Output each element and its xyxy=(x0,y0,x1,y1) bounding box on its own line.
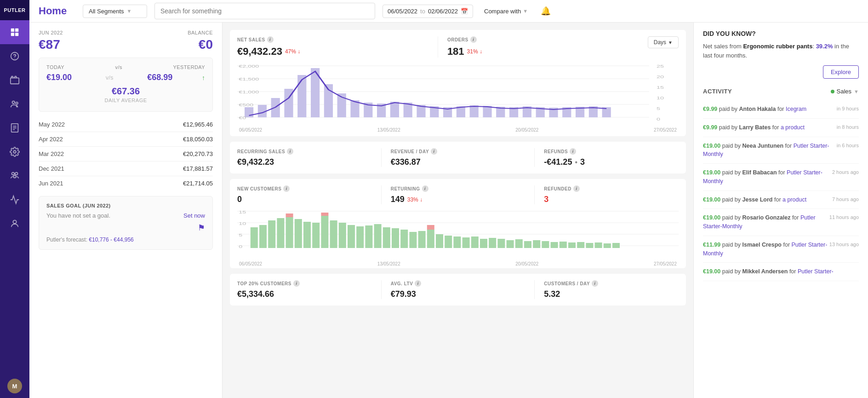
info-icon: i xyxy=(267,36,274,43)
activity-title: ACTIVITY xyxy=(703,88,732,95)
svg-rect-79 xyxy=(321,213,328,216)
refunds-value: -€41.25 xyxy=(544,157,572,167)
svg-rect-84 xyxy=(365,225,372,248)
compare-with-dropdown[interactable]: Compare with ▼ xyxy=(480,8,531,15)
sidebar-item-reports[interactable] xyxy=(0,116,29,140)
activity-time: in 9 hours xyxy=(837,105,859,113)
svg-text:0: 0 xyxy=(657,117,660,121)
date-from: 06/05/2022 xyxy=(388,8,417,15)
svg-rect-82 xyxy=(348,225,355,248)
explore-button[interactable]: Explore xyxy=(823,65,859,79)
svg-rect-76 xyxy=(303,222,311,248)
svg-text:25: 25 xyxy=(657,64,664,69)
recurring-revenue-refunds-card: RECURRING SALES i €9,432.23 REVENUE / DA… xyxy=(230,142,686,173)
sidebar-item-home[interactable] xyxy=(0,20,29,44)
activity-amount: €19.00 xyxy=(703,214,720,221)
activity-product-link[interactable]: Icegram xyxy=(786,106,806,112)
info-icon: i xyxy=(422,185,428,192)
returning-change: 33% ↓ xyxy=(407,196,423,203)
list-item: Dec 2021 €17,881.57 xyxy=(39,162,213,176)
info-icon: i xyxy=(470,36,477,43)
info-icon: i xyxy=(415,280,421,287)
right-panel: DID YOU KNOW? Net sales from Ergonomic r… xyxy=(693,23,868,398)
svg-rect-80 xyxy=(330,220,337,248)
sidebar: PUTLER M xyxy=(0,0,29,398)
svg-rect-77 xyxy=(312,223,320,248)
net-sales-metric: NET SALES i €9,432.23 47% ↓ xyxy=(237,36,428,58)
svg-text:10: 10 xyxy=(239,221,246,226)
activity-amount: €9.99 xyxy=(703,124,717,131)
svg-rect-111 xyxy=(595,242,602,248)
avatar[interactable]: M xyxy=(7,379,22,393)
info-icon: i xyxy=(287,148,293,155)
daily-avg-value: €67.36 xyxy=(46,86,205,97)
info-icon: i xyxy=(592,280,598,287)
avg-ltv-header: AVG. LTV i xyxy=(391,280,525,287)
svg-rect-26 xyxy=(297,75,306,117)
sidebar-item-admin[interactable] xyxy=(0,212,29,236)
svg-rect-74 xyxy=(286,213,293,217)
svg-rect-106 xyxy=(551,242,558,248)
sales-chart: €2,000 €1,500 €1,000 €500 €0 25 20 15 10… xyxy=(237,61,679,126)
new-customers-header: NEW CUSTOMERS i xyxy=(237,185,372,192)
header: Home All Segments ▼ 06/05/2022 to 02/06/… xyxy=(29,0,868,23)
set-now-link[interactable]: Set now xyxy=(183,212,205,219)
orders-value-row: 181 31% ↓ xyxy=(447,46,639,58)
cust-per-day-metric: CUSTOMERS / DAY i 5.32 xyxy=(534,280,679,299)
activity-item: 7 hours ago €19.00 paid by Jesse Lord fo… xyxy=(703,191,859,209)
chevron-down-icon: ▼ xyxy=(127,8,132,14)
svg-rect-83 xyxy=(356,226,364,248)
sidebar-item-analytics[interactable] xyxy=(0,188,29,212)
net-sales-value-row: €9,432.23 47% ↓ xyxy=(237,46,428,58)
balance-amount: €0 xyxy=(199,37,213,52)
svg-rect-104 xyxy=(533,240,540,248)
sidebar-item-groups[interactable] xyxy=(0,164,29,188)
segment-dropdown[interactable]: All Segments ▼ xyxy=(83,5,147,18)
svg-rect-100 xyxy=(497,239,505,248)
date-separator: to xyxy=(420,8,425,15)
sales-goal-row: You have not set a goal. Set now xyxy=(46,212,205,219)
sidebar-item-settings[interactable] xyxy=(0,140,29,164)
days-button[interactable]: Days ▼ xyxy=(648,36,679,48)
app-logo: PUTLER xyxy=(0,0,29,20)
sales-filter-dropdown[interactable]: Sales ▼ xyxy=(831,88,859,95)
activity-item: in 8 hours €9.99 paid by Larry Bates for… xyxy=(703,119,859,137)
svg-rect-107 xyxy=(560,242,567,248)
activity-item: €19.00 paid by Mikkel Andersen for Putle… xyxy=(703,263,859,281)
svg-text:€500: €500 xyxy=(239,103,253,107)
activity-amount: €11.99 xyxy=(703,242,720,248)
today-label: TODAY xyxy=(46,64,64,70)
svg-rect-95 xyxy=(453,236,461,248)
avg-ltv-metric: AVG. LTV i €79.93 xyxy=(381,280,525,299)
refunded-value-row: 3 xyxy=(544,195,679,204)
activity-product-link[interactable]: a product xyxy=(782,196,806,203)
dyk-text: Net sales from Ergonomic rubber pants: 3… xyxy=(703,42,859,60)
svg-text:€1,500: €1,500 xyxy=(239,77,259,81)
notification-bell-icon[interactable]: 🔔 xyxy=(541,6,551,16)
search-input[interactable] xyxy=(154,3,375,19)
activity-payer: Elif Babacan xyxy=(742,169,777,176)
main-amount: €87 xyxy=(39,37,60,52)
activity-product-link[interactable]: Putler Starter- xyxy=(798,268,834,275)
sidebar-item-store[interactable] xyxy=(0,68,29,92)
bottom-metrics-row: TOP 20% CUSTOMERS i €5,334.66 AVG. LTV i… xyxy=(237,280,679,299)
refunds-value-row: -€41.25 • 3 xyxy=(544,157,679,167)
sidebar-item-revenue[interactable] xyxy=(0,44,29,68)
returning-header: RETURNING i xyxy=(391,185,525,192)
info-icon: i xyxy=(573,185,580,192)
content-area: JUN 2022 BALANCE €87 €0 TODAY v/s YESTER… xyxy=(29,23,868,398)
sidebar-item-audience[interactable] xyxy=(0,92,29,116)
dyk-title: DID YOU KNOW? xyxy=(703,30,859,37)
ty-amounts-row: €19.00 v/s €68.99 ↑ xyxy=(46,73,205,82)
list-item: Jun 2021 €21,714.05 xyxy=(39,176,213,190)
svg-rect-2 xyxy=(11,33,14,36)
top20-value: €5,334.66 xyxy=(237,289,372,299)
date-range-picker[interactable]: 06/05/2022 to 02/06/2022 📅 xyxy=(383,5,473,18)
revenue-day-metric: REVENUE / DAY i €336.87 xyxy=(381,148,525,167)
chevron-down-icon: ▼ xyxy=(668,40,673,45)
today-amount: €19.00 xyxy=(46,73,72,82)
activity-product-link[interactable]: a product xyxy=(781,124,805,131)
revenue-day-header: REVENUE / DAY i xyxy=(391,148,525,155)
activity-payer: Rosario Gonzalez xyxy=(742,214,791,221)
svg-rect-98 xyxy=(480,239,487,248)
